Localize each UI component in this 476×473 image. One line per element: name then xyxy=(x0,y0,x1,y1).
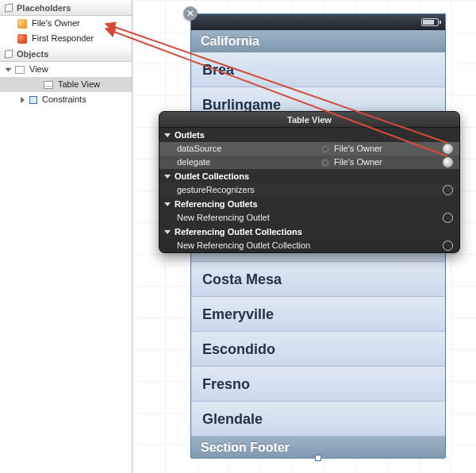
remove-connection-icon[interactable]: × xyxy=(321,159,329,167)
hud-group-label: Referencing Outlets xyxy=(175,197,258,211)
hud-row-value: File's Owner xyxy=(334,156,443,169)
outline-row-constraints[interactable]: Constraints xyxy=(0,92,132,107)
hud-group-label: Outlets xyxy=(175,128,205,142)
disclosure-triangle-icon[interactable] xyxy=(21,97,25,103)
outline-row-first-responder[interactable]: First Responder xyxy=(0,31,132,46)
document-outline: Placeholders File's Owner First Responde… xyxy=(0,0,132,473)
connection-well-icon[interactable] xyxy=(443,240,453,251)
outline-row-label: File's Owner xyxy=(32,16,80,31)
hud-row-label: dataSource xyxy=(177,142,321,156)
hud-connection-row[interactable]: dataSource×File's Owner xyxy=(159,142,459,156)
hud-group-header[interactable]: Outlets xyxy=(159,128,459,142)
disclosure-triangle-icon xyxy=(164,230,171,234)
outline-row-label: Table View xyxy=(58,77,100,92)
hud-group-header[interactable]: Referencing Outlets xyxy=(159,197,459,211)
outline-row-files-owner[interactable]: File's Owner xyxy=(0,16,132,31)
connections-hud[interactable]: Table View OutletsdataSource×File's Owne… xyxy=(159,111,460,253)
status-bar xyxy=(191,14,445,30)
hud-row-label: gestureRecognizers xyxy=(177,183,321,197)
hud-connection-row[interactable]: New Referencing Outlet xyxy=(159,211,459,225)
close-icon[interactable]: ✕ xyxy=(183,6,198,21)
outline-row-table-view[interactable]: Table View xyxy=(0,77,132,92)
table-cell[interactable]: Costa Mesa xyxy=(191,262,445,297)
placeholders-section-header: Placeholders xyxy=(0,0,132,16)
hud-body: OutletsdataSource×File's Ownerdelegate×F… xyxy=(159,128,459,252)
table-cell[interactable]: Brea xyxy=(191,52,445,87)
cube-icon xyxy=(5,49,13,58)
outline-row-label: View xyxy=(29,62,48,77)
connection-well-icon[interactable] xyxy=(443,144,453,154)
battery-icon xyxy=(421,18,439,26)
disclosure-triangle-icon xyxy=(164,133,171,137)
disclosure-triangle-icon[interactable] xyxy=(6,67,12,71)
hud-row-value: File's Owner xyxy=(334,142,443,156)
view-icon xyxy=(15,66,25,74)
table-cell[interactable]: Escondido xyxy=(191,332,445,367)
first-responder-icon xyxy=(17,34,27,44)
objects-section-header: Objects xyxy=(0,46,132,62)
hud-group-label: Outlet Collections xyxy=(175,169,249,183)
disclosure-triangle-icon xyxy=(164,175,171,179)
table-cell[interactable]: Glendale xyxy=(191,402,445,436)
section-header-label: Placeholders xyxy=(17,0,71,16)
hud-row-label: New Referencing Outlet Collection xyxy=(177,239,321,252)
hud-group-header[interactable]: Referencing Outlet Collections xyxy=(159,225,459,239)
outline-row-label: First Responder xyxy=(32,31,94,46)
connection-well-icon[interactable] xyxy=(443,185,453,195)
hud-connection-row[interactable]: New Referencing Outlet Collection xyxy=(159,239,459,252)
remove-connection-icon[interactable]: × xyxy=(321,145,329,153)
table-cell[interactable]: Fresno xyxy=(191,367,445,402)
outline-row-label: Constraints xyxy=(42,92,86,107)
resize-handle-bottom[interactable] xyxy=(315,455,321,461)
hud-row-label: New Referencing Outlet xyxy=(177,211,321,225)
table-section-header: California xyxy=(191,30,445,52)
hud-title: Table View xyxy=(159,112,459,128)
hud-connection-row[interactable]: delegate×File's Owner xyxy=(159,156,459,169)
section-header-label: Objects xyxy=(17,46,48,62)
disclosure-triangle-icon xyxy=(164,202,171,206)
hud-group-label: Referencing Outlet Collections xyxy=(175,225,302,239)
connection-well-icon[interactable] xyxy=(443,157,453,167)
constraints-icon xyxy=(29,96,37,104)
outline-row-view[interactable]: View xyxy=(0,62,132,77)
connection-well-icon[interactable] xyxy=(443,213,453,223)
cube-icon xyxy=(5,3,13,12)
hud-row-label: delegate xyxy=(177,156,321,169)
files-owner-icon xyxy=(17,19,27,29)
table-view-icon xyxy=(44,81,53,89)
table-cell[interactable]: Emeryville xyxy=(191,297,445,332)
hud-group-header[interactable]: Outlet Collections xyxy=(159,169,459,183)
hud-connection-row[interactable]: gestureRecognizers xyxy=(159,183,459,197)
